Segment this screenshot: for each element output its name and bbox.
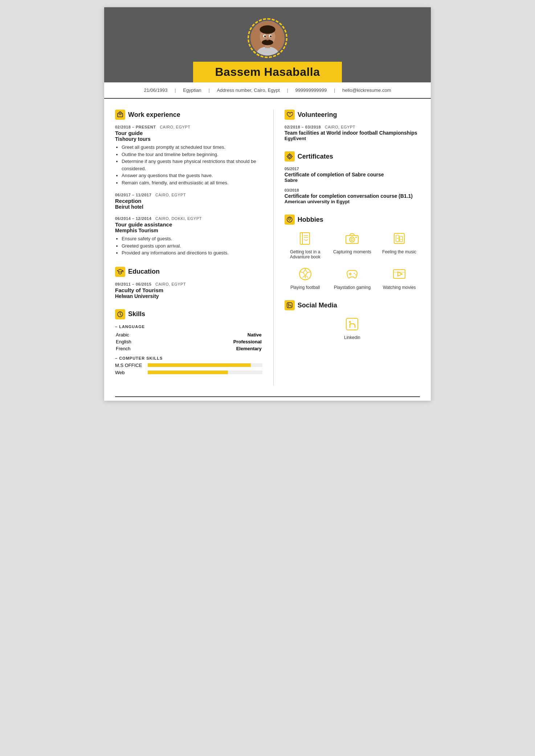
languages-table: Arabic Native English Professional Frenc…: [115, 331, 262, 352]
svg-line-43: [302, 275, 305, 278]
volunteering-icon: [285, 110, 295, 120]
hobbies-icon: [285, 214, 295, 225]
camera-icon: [343, 230, 361, 247]
movies-icon: [391, 265, 408, 283]
svg-rect-13: [119, 114, 122, 115]
contact-dob: 21/06/1993: [144, 87, 168, 93]
volunteering-section: Volunteering 02/2018 – 03/2018 CAIRO, EG…: [285, 110, 420, 141]
svg-point-11: [265, 40, 270, 42]
hobby-camera: Capturing moments: [332, 230, 373, 260]
svg-marker-37: [303, 270, 307, 275]
svg-rect-12: [118, 113, 123, 117]
svg-point-56: [349, 321, 351, 323]
svg-line-40: [307, 272, 310, 273]
volunteering-label: Volunteering: [298, 111, 337, 119]
edu-entry-1: 09/2011 – 06/2015 CAIRO, EGYPT Faculty o…: [115, 282, 262, 299]
social-media-icon: [285, 300, 295, 310]
social-grid: Linkedin: [285, 315, 420, 340]
hobby-gaming: Playstation gaming: [332, 265, 373, 290]
social-media-section: Social Media Linke: [285, 300, 420, 340]
social-media-label: Social Media: [298, 302, 337, 309]
resume: Bassem Hasaballa 21/06/1993 | Egyptian |…: [104, 7, 431, 401]
skills-label: Skills: [128, 310, 145, 318]
avatar-ring: [248, 18, 287, 58]
svg-point-8: [264, 36, 266, 37]
hobby-movies-label: Watching movies: [383, 285, 416, 290]
lang-row-arabic: Arabic Native: [116, 332, 262, 338]
hobby-music: Feeling the music: [379, 230, 420, 260]
hobby-movies: Watching movies: [379, 265, 420, 290]
contact-address: Address number, Cairo, Egypt: [217, 87, 279, 93]
footer-line: [115, 396, 420, 401]
volunteering-title: Volunteering: [285, 110, 420, 120]
skills-icon: [115, 309, 125, 319]
cert-entry-2: 03/2018 Certificate for completion conve…: [285, 188, 420, 204]
hobby-camera-label: Capturing moments: [333, 249, 371, 254]
cert-entry-1: 05/2017 Certificate of completion of Sab…: [285, 167, 420, 183]
linkedin-icon: [343, 315, 361, 333]
svg-point-30: [355, 237, 357, 238]
left-column: Work experience 02/2018 – PRESENT CAIRO,…: [115, 110, 274, 385]
certificates-label: Certificates: [298, 153, 333, 160]
svg-point-28: [350, 237, 355, 242]
gaming-icon: [343, 265, 361, 283]
skill-web: Web: [115, 370, 262, 375]
hobbies-label: Hobbies: [298, 216, 323, 224]
contact-nationality: Egyptian: [183, 87, 201, 93]
svg-rect-48: [393, 270, 405, 278]
education-title: Education: [115, 267, 262, 277]
avatar-container: [104, 18, 431, 58]
social-media-title: Social Media: [285, 300, 420, 310]
name-banner: Bassem Hasaballa: [193, 62, 342, 82]
svg-rect-33: [400, 236, 403, 242]
body-content: Work experience 02/2018 – PRESENT CAIRO,…: [104, 99, 431, 396]
work-entry-2: 06/2017 – 11/2017 CAIRO, EGYPT Reception…: [115, 193, 262, 210]
education-icon: [115, 267, 125, 277]
svg-point-47: [355, 274, 356, 275]
hobby-book-label: Getting lost in a Advanture book: [285, 249, 326, 260]
svg-line-42: [305, 275, 308, 278]
header-section: Bassem Hasaballa: [104, 7, 431, 82]
education-label: Education: [128, 268, 160, 275]
skill-msoffice: M.S OFFICE: [115, 363, 262, 368]
candidate-name: Bassem Hasaballa: [215, 65, 320, 79]
computer-label: – COMPUTER SKILLS: [115, 356, 262, 360]
hobby-gaming-label: Playstation gaming: [334, 285, 371, 290]
svg-line-41: [300, 272, 303, 273]
social-linkedin: Linkedin: [343, 315, 361, 340]
work-experience-section: Work experience 02/2018 – PRESENT CAIRO,…: [115, 110, 262, 257]
hobby-book: Getting lost in a Advanture book: [285, 230, 326, 260]
contact-bar: 21/06/1993 | Egyptian | Address number, …: [104, 82, 431, 99]
skills-title: Skills: [115, 309, 262, 319]
work-icon: [115, 110, 125, 120]
contact-phone: 999999999999: [295, 87, 327, 93]
svg-point-9: [270, 36, 271, 37]
skills-section: Skills – LANGUAGE Arabic Native English …: [115, 309, 262, 375]
football-icon: [297, 265, 314, 283]
work-experience-label: Work experience: [128, 111, 180, 119]
education-section: Education 09/2011 – 06/2015 CAIRO, EGYPT…: [115, 267, 262, 299]
svg-point-16: [287, 154, 292, 159]
svg-point-17: [289, 155, 291, 158]
avatar: [250, 21, 285, 56]
svg-point-4: [260, 25, 275, 34]
certificates-icon: [285, 151, 295, 162]
work-entry-1: 02/2018 – PRESENT CAIRO, EGYPT Tour guid…: [115, 125, 262, 186]
contact-email: hello@kickresume.com: [342, 87, 391, 93]
svg-rect-31: [394, 233, 404, 244]
hobbies-title: Hobbies: [285, 214, 420, 225]
svg-point-52: [288, 304, 289, 305]
certificates-title: Certificates: [285, 151, 420, 162]
linkedin-label: Linkedin: [344, 335, 360, 340]
work-experience-title: Work experience: [115, 110, 262, 120]
hobbies-grid: Getting lost in a Advanture book: [285, 230, 420, 290]
book-icon: [297, 230, 314, 247]
hobby-music-label: Feeling the music: [382, 249, 416, 254]
certificates-section: Certificates 05/2017 Certificate of comp…: [285, 151, 420, 204]
hobby-football-label: Playing football: [290, 285, 320, 290]
vol-entry-1: 02/2018 – 03/2018 CAIRO, EGYPT Team faci…: [285, 125, 420, 141]
lang-row-french: French Elementary: [116, 346, 262, 352]
svg-point-46: [354, 273, 355, 274]
lang-row-english: English Professional: [116, 339, 262, 345]
language-label: – LANGUAGE: [115, 324, 262, 329]
